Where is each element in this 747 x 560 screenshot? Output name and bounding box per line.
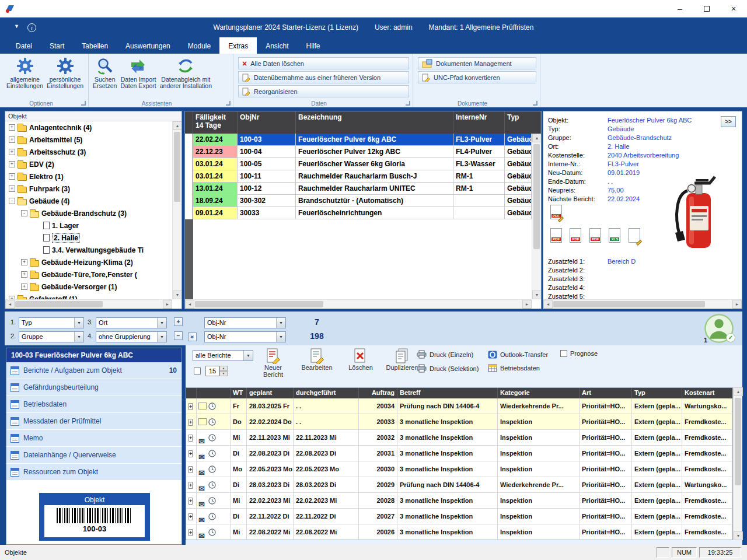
quick-access-caret-icon[interactable]: ▼	[14, 23, 19, 32]
tree-expander-icon[interactable]: +	[9, 161, 15, 167]
menu-tab[interactable]: Hilfe	[298, 37, 329, 54]
report-filter-select[interactable]: alle Berichte▼	[193, 350, 253, 361]
dialog-launcher-icon[interactable]	[533, 101, 537, 106]
scrollbar-thumb[interactable]	[553, 301, 705, 307]
object-row[interactable]: ▶ 22.02.24 100-03 Feuerlöscher Pulver 6k…	[185, 134, 532, 146]
dropdown-arrow-icon[interactable]: ▼	[276, 332, 285, 342]
column-header-kategorie[interactable]: Kategorie	[498, 388, 580, 398]
tree-item[interactable]: + Gebäude-Versorger (1)	[5, 281, 172, 293]
row-expand-icon[interactable]: +	[189, 498, 193, 505]
dropdown-arrow-icon[interactable]: ▼	[74, 332, 83, 342]
tree-item[interactable]: 1. Lager	[5, 219, 172, 232]
spin-down-icon[interactable]: ▼	[219, 371, 228, 376]
scroll-down-icon[interactable]: ▼	[532, 290, 542, 299]
column-header-betreff[interactable]: Betreff	[397, 388, 498, 398]
tree-expander-icon[interactable]: +	[9, 186, 15, 192]
object-section-item[interactable]: Memo	[6, 430, 181, 447]
column-header-internenr[interactable]: InterneNr	[453, 111, 505, 134]
column-header-bezeichnung[interactable]: Bezeichnung	[296, 111, 453, 134]
dokumenten-management-button[interactable]: Dokumenten Management	[418, 57, 536, 69]
maximize-button[interactable]	[693, 0, 720, 17]
tree-expander-icon[interactable]: +	[21, 259, 27, 265]
outlook-transfer-button[interactable]: Outlook-Transfer	[488, 350, 548, 359]
print-single-button[interactable]: Druck (Einzeln)	[417, 350, 473, 359]
add-grouping-button[interactable]: +	[174, 317, 183, 326]
scroll-right-icon[interactable]: ►	[522, 300, 532, 309]
tree-expander-icon[interactable]: +	[21, 271, 27, 278]
dropdown-arrow-icon[interactable]: ▼	[243, 351, 253, 360]
column-header-wt[interactable]: WT	[231, 388, 247, 398]
reorganisieren-button[interactable]: Reorganisieren	[238, 85, 409, 97]
object-row[interactable]: 03.01.24 100-05 Feuerlöscher Wasser 6kg …	[185, 158, 532, 170]
close-button[interactable]: ×	[720, 0, 747, 17]
page-size-spinner[interactable]: 15 ▲ ▼	[205, 366, 228, 376]
filter-select-gruppierung[interactable]: ohne Gruppierung▼	[96, 331, 167, 342]
column-header-typ[interactable]: Typ	[505, 111, 541, 134]
daten-import-export-button[interactable]: Daten ImportDaten Export	[118, 56, 158, 90]
row-expand-icon[interactable]: +	[189, 435, 193, 442]
scroll-right-icon[interactable]: ►	[163, 300, 172, 309]
menu-tab[interactable]: Tabellen	[73, 37, 117, 54]
alle-daten-loeschen-button[interactable]: × Alle Daten löschen	[238, 57, 409, 69]
user-status-icon[interactable]: 1 ✓	[704, 313, 734, 344]
scroll-up-icon[interactable]: ▲	[734, 387, 743, 396]
pdf-document-icon[interactable]: PDF	[550, 228, 562, 243]
report-row[interactable]: + Fr 28.03.2025 Fr . . 20034 Prüfung nac…	[186, 398, 732, 414]
filter-select-gruppe[interactable]: Gruppe▼	[19, 331, 84, 342]
menu-tab[interactable]: Ansicht	[257, 37, 297, 54]
page-size-value[interactable]: 15	[205, 366, 219, 376]
dropdown-arrow-icon[interactable]: ▼	[157, 318, 166, 328]
column-header-objnr[interactable]: ObjNr	[238, 111, 296, 134]
object-section-item[interactable]: Berichte / Aufgaben zum Objekt 10	[6, 362, 181, 379]
row-expand-icon[interactable]: +	[189, 419, 193, 426]
row-expand-icon[interactable]: +	[189, 450, 193, 457]
dropdown-arrow-icon[interactable]: ▼	[74, 318, 83, 328]
objnr-sort-select-bottom[interactable]: Obj-Nr▼	[204, 331, 286, 342]
tree-item[interactable]: 3.4. Verwaltungsgebäude Ti	[5, 244, 172, 256]
object-row[interactable]: 13.01.24 100-12 Rauchmelder Raucharlarm …	[185, 183, 532, 195]
tree-item[interactable]: + Fuhrpark (3)	[5, 183, 172, 195]
scroll-up-icon[interactable]: ▲	[532, 134, 542, 142]
column-header-art[interactable]: Art	[580, 388, 632, 398]
objnr-sort-select-top[interactable]: Obj-Nr▼	[204, 317, 286, 328]
scrollbar-thumb[interactable]	[735, 398, 741, 485]
object-section-item[interactable]: Gefährdungsbeurteilung	[6, 379, 181, 396]
report-row[interactable]: + Do 22.02.2024 Do . . 20033 3 monatlich…	[186, 414, 732, 430]
scroll-down-icon[interactable]: ▼	[173, 290, 182, 299]
persoenliche-einstellungen-button[interactable]: persönlicheEinstellungen	[45, 56, 85, 90]
tree-horizontal-scrollbar[interactable]: ◄ ►	[5, 299, 172, 309]
tree-expander-icon[interactable]: -	[9, 198, 15, 204]
column-header-geplant[interactable]: geplant	[247, 388, 294, 398]
tree-expander-icon[interactable]: +	[21, 284, 27, 290]
scroll-up-icon[interactable]: ▲	[173, 121, 182, 130]
new-report-button[interactable]: Neuer Bericht	[257, 348, 289, 378]
dialog-launcher-icon[interactable]	[226, 101, 231, 106]
unc-pfad-button[interactable]: UNC-Pfad konvertieren	[418, 71, 536, 83]
tree-item[interactable]: + Anlagentechnik (4)	[5, 121, 172, 134]
menu-tab[interactable]: Auswertungen	[117, 37, 179, 54]
minimize-button[interactable]: –	[666, 0, 693, 17]
filter-select-ort[interactable]: Ort▼	[96, 317, 167, 328]
report-row[interactable]: + Mi 22.02.2023 Mi 22.02.2023 Mi 20028 3…	[186, 493, 732, 509]
tree-item[interactable]: + Gebäude-Heizung-Klima (2)	[5, 256, 172, 268]
filter-select-typ[interactable]: Typ▼	[19, 317, 84, 328]
tree-expander-icon[interactable]: +	[9, 149, 15, 155]
tree-expander-icon[interactable]: -	[21, 210, 27, 216]
pdf-edit-icon[interactable]: PDF	[550, 205, 562, 219]
tree-expander-icon[interactable]: +	[9, 124, 15, 131]
column-header-auftrag[interactable]: Auftrag	[359, 388, 397, 398]
object-row[interactable]: 18.09.24 300-302 Brandschutztür - (Autom…	[185, 195, 532, 207]
duplicate-report-button[interactable]: Duplizieren	[383, 348, 421, 371]
dropdown-arrow-icon[interactable]: ▼	[157, 332, 166, 342]
menu-tab[interactable]: Module	[179, 37, 219, 54]
tree-item[interactable]: + Arbeitsmittel (5)	[5, 134, 172, 146]
menu-tab[interactable]: Extras	[219, 37, 257, 54]
tree-vertical-scrollbar[interactable]: ▲ ▼	[172, 121, 181, 299]
menu-tab[interactable]: Datei	[7, 37, 41, 54]
allgemeine-einstellungen-button[interactable]: allgemeineEinstellungen	[5, 56, 45, 90]
report-row[interactable]: + Mi 22.08.2022 Mi 22.08.2022 Mi 20026 3…	[186, 524, 732, 540]
object-section-item[interactable]: Dateianhänge / Querverweise	[6, 447, 181, 464]
scroll-down-icon[interactable]: ▼	[734, 531, 743, 540]
xls-document-icon[interactable]: XLS	[609, 228, 620, 243]
column-header-faelligkeit[interactable]: Fälligkeit14 Tage	[193, 111, 238, 134]
